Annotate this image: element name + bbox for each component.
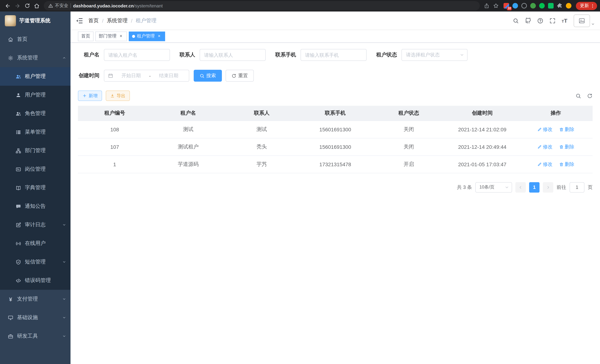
- cell-phone: 15601691300: [299, 138, 372, 156]
- sidebar-item-dept[interactable]: 部门管理: [0, 141, 71, 160]
- share-icon[interactable]: [484, 3, 489, 9]
- search-button[interactable]: 搜索: [194, 70, 222, 82]
- tenant-name-input[interactable]: [108, 52, 166, 58]
- prev-page-button[interactable]: [516, 182, 526, 192]
- delete-link[interactable]: 删除: [559, 126, 574, 133]
- delete-link[interactable]: 删除: [559, 143, 574, 150]
- refresh-table-button[interactable]: [587, 93, 593, 99]
- cell-actions: 修改 删除: [519, 156, 593, 173]
- status-select[interactable]: 请选择租户状态: [402, 49, 468, 61]
- tenant-name-input-wrap: [104, 49, 170, 61]
- cell-tenant-id: 107: [78, 138, 151, 156]
- sidebar-item-pay[interactable]: ¥ 支付管理: [0, 290, 71, 308]
- font-size-icon[interactable]: TT: [562, 18, 567, 23]
- sidebar-item-label: 通知公告: [25, 203, 46, 210]
- audit-log-icon: [16, 222, 21, 228]
- contact-input[interactable]: [204, 52, 261, 58]
- browser-forward-button[interactable]: [13, 1, 22, 10]
- notice-comment-icon: [16, 204, 21, 209]
- sidebar-toggle-button[interactable]: [76, 17, 83, 24]
- ext-icon-1[interactable]: 10: [504, 3, 509, 9]
- sidebar-item-label: 用户管理: [25, 92, 46, 98]
- toggle-search-button[interactable]: [575, 93, 581, 99]
- sidebar-item-home[interactable]: 首页: [0, 30, 71, 49]
- tab-home[interactable]: 首页: [78, 31, 94, 41]
- tags-view: 首页 部门管理 × 租户管理 ×: [71, 30, 600, 43]
- close-icon[interactable]: ×: [118, 34, 123, 39]
- edit-link[interactable]: 修改: [537, 126, 553, 133]
- sidebar-item-role[interactable]: 角色管理: [0, 104, 71, 123]
- goto-page-input[interactable]: [570, 182, 584, 192]
- user-icon: [16, 92, 21, 98]
- app-title: 芋道管理系统: [19, 18, 50, 24]
- site-security-indicator[interactable]: 不安全: [48, 3, 68, 9]
- chevron-up-icon: [62, 56, 66, 60]
- sidebar-item-tenant[interactable]: 租户管理: [0, 67, 71, 86]
- browser-back-button[interactable]: [3, 1, 13, 10]
- sidebar-item-dict[interactable]: 字典管理: [0, 178, 71, 197]
- browser-update-button[interactable]: 更新: [576, 2, 597, 10]
- phone-input[interactable]: [305, 52, 362, 58]
- delete-link[interactable]: 删除: [559, 161, 574, 168]
- gear-icon: [8, 55, 13, 61]
- help-icon[interactable]: [537, 18, 543, 24]
- ext-icon-5[interactable]: [539, 3, 545, 9]
- page-url: dashboard.yudao.iocoder.cn/system/tenant: [73, 3, 163, 8]
- ext-icon-3[interactable]: [521, 3, 527, 9]
- sidebar-item-sms[interactable]: 短信管理: [0, 253, 71, 271]
- sidebar-item-online-user[interactable]: 在线用户: [0, 234, 71, 253]
- create-time-label: 创建时间: [78, 72, 99, 79]
- pagination: 共 3 条 10条/页 1 前往 页: [78, 182, 593, 192]
- sidebar-item-menu[interactable]: 菜单管理: [0, 123, 71, 141]
- breadcrumb-system[interactable]: 系统管理: [107, 17, 128, 24]
- ext-icon-6[interactable]: [548, 3, 554, 9]
- cell-contact: 芋艿: [225, 156, 299, 173]
- create-time-range-picker[interactable]: 开始日期 - 结束日期: [104, 70, 189, 82]
- sidebar-item-audit-log[interactable]: 审计日志: [0, 215, 71, 234]
- download-icon: [110, 93, 115, 98]
- browser-reload-button[interactable]: [22, 1, 32, 10]
- sidebar-item-notice[interactable]: 通知公告: [0, 197, 71, 215]
- next-page-button[interactable]: [543, 182, 553, 192]
- online-signal-icon: [16, 241, 21, 246]
- bookmark-star-icon[interactable]: [493, 3, 499, 9]
- breadcrumb-separator: /: [131, 18, 132, 24]
- edit-link[interactable]: 修改: [537, 161, 553, 168]
- edit-link[interactable]: 修改: [537, 143, 553, 150]
- sidebar-item-label: 菜单管理: [25, 129, 46, 135]
- sidebar-item-infra[interactable]: 基础设施: [0, 308, 71, 327]
- sidebar-item-dev-tools[interactable]: 研发工具: [0, 327, 71, 345]
- table-row: 107 测试租户 秃头 15601691300 关闭 2021-12-14 20…: [78, 138, 593, 156]
- browser-window: 不安全 dashboard.yudao.iocoder.cn/system/te…: [0, 0, 600, 364]
- page-1-button[interactable]: 1: [529, 182, 540, 192]
- fullscreen-icon[interactable]: [549, 18, 555, 24]
- address-bar[interactable]: 不安全 dashboard.yudao.iocoder.cn/system/te…: [44, 1, 480, 10]
- chevron-down-icon: [62, 223, 66, 227]
- reset-button[interactable]: 重置: [225, 70, 254, 82]
- github-icon[interactable]: [525, 18, 531, 24]
- search-icon[interactable]: [513, 18, 519, 24]
- sidebar-item-user[interactable]: 用户管理: [0, 86, 71, 104]
- sidebar-item-label: 错误码管理: [25, 277, 51, 284]
- tab-dept[interactable]: 部门管理 ×: [95, 31, 127, 41]
- browser-profile-avatar[interactable]: [566, 3, 572, 9]
- ext-icon-4[interactable]: [530, 3, 536, 9]
- page-size-select[interactable]: 10条/页: [475, 182, 512, 192]
- extensions-puzzle-icon[interactable]: [557, 3, 562, 9]
- ext-icon-2[interactable]: [512, 3, 518, 9]
- sidebar-item-system[interactable]: 系统管理: [0, 49, 71, 67]
- export-button[interactable]: 导出: [106, 91, 130, 101]
- app-logo[interactable]: 芋道管理系统: [0, 11, 71, 30]
- col-header-tenant-name: 租户名: [151, 106, 225, 121]
- add-button[interactable]: 新增: [78, 91, 102, 101]
- sidebar-item-post[interactable]: 岗位管理: [0, 160, 71, 178]
- sidebar-item-label: 研发工具: [17, 333, 38, 339]
- user-avatar[interactable]: [574, 14, 595, 27]
- breadcrumb-home[interactable]: 首页: [88, 17, 99, 24]
- active-tab-dot: [132, 35, 135, 38]
- close-icon[interactable]: ×: [157, 34, 162, 39]
- goto-label: 前往: [557, 184, 566, 191]
- browser-home-button[interactable]: [32, 1, 42, 10]
- tab-tenant[interactable]: 租户管理 ×: [129, 31, 165, 41]
- sidebar-item-error-code[interactable]: 错误码管理: [0, 271, 71, 290]
